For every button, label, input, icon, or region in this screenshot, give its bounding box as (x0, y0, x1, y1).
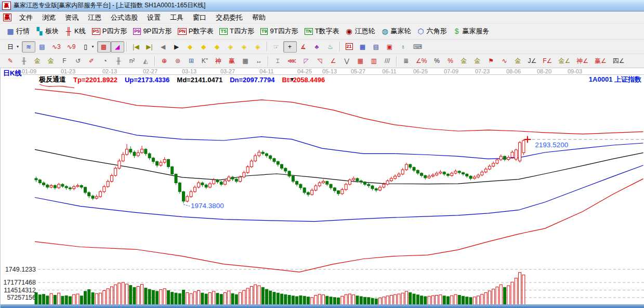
t-square-button[interactable]: TST四方形 (216, 25, 257, 37)
calculator-button[interactable]: ▦ (356, 41, 370, 53)
percent-line-icon[interactable]: % (444, 55, 457, 67)
next-bar-button[interactable]: ▶ (170, 41, 183, 53)
pattern-window-button[interactable]: ▩ (97, 41, 111, 53)
wave-3-button[interactable]: ∿3 (49, 41, 64, 53)
web-box-icon[interactable]: ⊞ (185, 55, 198, 67)
v-wave-icon[interactable]: ⋁ (340, 55, 353, 67)
web-icon[interactable]: ⊛ (171, 55, 185, 67)
indicator-dropdown-caret[interactable]: ▼ (290, 76, 295, 82)
gann-diamond-horizontal-button[interactable]: ◆ (211, 41, 224, 53)
prev-bar-button[interactable]: ◀ (156, 41, 170, 53)
menu-item-8[interactable]: 交易委托 (211, 12, 247, 22)
menu-item-9[interactable]: 帮助 (247, 12, 270, 22)
period-day-dropdown[interactable]: 日▾ (4, 41, 22, 53)
hand-tool-button[interactable]: ☞ (270, 41, 283, 53)
gold-underline-icon[interactable]: 金 (511, 55, 525, 67)
quotes-button[interactable]: ▦行情 (4, 25, 33, 37)
red-grid-icon[interactable]: ▦ (353, 55, 367, 67)
t-number-table-button[interactable]: TNT数字表 (301, 25, 343, 37)
crosshair-button[interactable]: + (283, 41, 297, 53)
f-angle-icon[interactable]: F∠ (540, 55, 555, 67)
slant-lines-icon[interactable]: /// (380, 55, 394, 67)
menu-item-7[interactable]: 窗口 (188, 12, 211, 22)
gold-circle-icon[interactable]: 金 (457, 55, 471, 67)
pencil-measure-icon[interactable]: ✐ (85, 55, 98, 67)
gold-grid2-icon[interactable]: 金 (44, 55, 58, 67)
flag-pen-icon[interactable]: ⚑ (484, 55, 498, 67)
ladder2-icon[interactable]: ╫ (112, 55, 125, 67)
ladder-grid-icon[interactable]: ╫ (17, 55, 31, 67)
gold-grid-icon[interactable]: 金 (31, 55, 44, 67)
last-bar-button[interactable]: ▶| (143, 41, 156, 53)
9p-square-button[interactable]: P99P四方形 (130, 25, 175, 37)
spiral-icon[interactable]: ↺ (71, 55, 85, 67)
gann-diamond-expand-button[interactable]: ◈ (251, 41, 265, 53)
save-button[interactable]: ▣ (383, 41, 397, 53)
f-grid-icon[interactable]: F (58, 55, 71, 67)
gann-diamond-star-button[interactable]: ◈ (238, 41, 251, 53)
date-axis: 01-0901-2302-1302-2703-1303-2704-1104-25… (22, 68, 644, 74)
menu-item-4[interactable]: 公式选股 (106, 12, 142, 22)
calendar-21-button[interactable]: 21 (343, 42, 356, 52)
sectors-button[interactable]: ▚板块 (33, 25, 62, 37)
p-number-table-button[interactable]: PNP数字表 (175, 25, 216, 37)
bottom-scrollbar[interactable] (1, 304, 644, 308)
remote-data-button[interactable]: ⌨ (410, 41, 425, 53)
grid-123-icon[interactable]: ▦ (239, 55, 252, 67)
t-ruler-icon[interactable]: ⌶ (271, 55, 284, 67)
angle-mirror-icon[interactable]: ◭ (139, 55, 152, 67)
circle-target-icon[interactable]: ⊕ (157, 55, 171, 67)
hexagon-button[interactable]: ⬡六角形 (414, 25, 450, 37)
menu-item-3[interactable]: 江恩 (83, 12, 106, 22)
k-note-icon[interactable]: K" (198, 55, 212, 67)
menu-item-0[interactable]: 文件 (15, 12, 37, 22)
fractal-tool-button[interactable]: ♨ (324, 41, 337, 53)
j-angle-icon[interactable]: J∠ (525, 55, 540, 67)
gann-diamond-left-button[interactable]: ◆ (183, 41, 197, 53)
red-grid2-icon[interactable]: ▥ (367, 55, 380, 67)
memo-button[interactable]: ▤ (370, 41, 383, 53)
kline-button[interactable]: ╫K线 (62, 25, 89, 37)
menu-item-1[interactable]: 浏览 (37, 12, 60, 22)
gann-diamond-cross-button[interactable]: ◈ (224, 41, 238, 53)
9t-square-button[interactable]: T99T四方形 (257, 25, 301, 37)
wave-channel-icon[interactable]: ∿ (498, 55, 511, 67)
gold-angle-icon[interactable]: 金∠ (555, 55, 573, 67)
brush-tool-icon[interactable]: ✎ (4, 55, 17, 67)
info-list-button[interactable]: ▤ (35, 41, 49, 53)
ray-angle-icon[interactable]: ∠ (326, 55, 340, 67)
winner-service-button[interactable]: $赢家服务 (450, 25, 493, 37)
price-list-icon[interactable]: ≣ (399, 55, 413, 67)
trend-angle-button[interactable]: ∡ (297, 41, 310, 53)
n-squared-icon[interactable]: n² (125, 55, 139, 67)
menu-item-6[interactable]: 工具 (165, 12, 188, 22)
percent-icon[interactable]: % (430, 55, 444, 67)
fan-grid2-icon[interactable]: ◹ (313, 55, 326, 67)
fan-grid-icon[interactable]: ◸ (299, 55, 313, 67)
polygon-tool-button[interactable]: ♣ (310, 41, 324, 53)
win-angle-icon[interactable]: 赢∠ (592, 55, 610, 67)
wave-9-button[interactable]: ∿9 (64, 41, 79, 53)
gann-diamond-right-button[interactable]: ◆ (197, 41, 211, 53)
menu-item-5[interactable]: 设置 (142, 12, 165, 22)
kline-chart-canvas[interactable]: 1749.123357257156114514312171771468赢家财富网… (1, 87, 644, 308)
shen-angle-icon[interactable]: 神∠ (573, 55, 592, 67)
gold-line-icon[interactable]: 金 (471, 55, 484, 67)
win-tool-icon[interactable]: 赢 (225, 55, 239, 67)
p-square-button[interactable]: PSP四方形 (89, 25, 130, 37)
winner-wheel-button[interactable]: ◍赢家轮 (378, 25, 414, 37)
histogram-window-button[interactable]: ◢ (111, 41, 124, 53)
first-bar-button[interactable]: |◀ (129, 41, 143, 53)
menu-item-2[interactable]: 资讯 (60, 12, 83, 22)
si-angle-icon[interactable]: 四∠ (610, 55, 628, 67)
gann-wheel-button[interactable]: ◉江恩轮 (343, 25, 378, 37)
t-number-table-button-label: T数字表 (315, 27, 339, 36)
trend-window-button[interactable]: ≋ (22, 41, 35, 53)
fan-lines-icon[interactable]: ⋘ (284, 55, 299, 67)
percent-angle-icon[interactable]: ∠% (413, 55, 430, 67)
candle-style-dropdown[interactable]: ▯▾ (78, 41, 97, 53)
shen-tool-icon[interactable]: 神 (212, 55, 225, 67)
web-update-button[interactable]: ♁ (397, 41, 410, 53)
time-circle-icon[interactable]: ◔ (98, 55, 112, 67)
width-arrows-icon[interactable]: ↔ (252, 55, 266, 67)
